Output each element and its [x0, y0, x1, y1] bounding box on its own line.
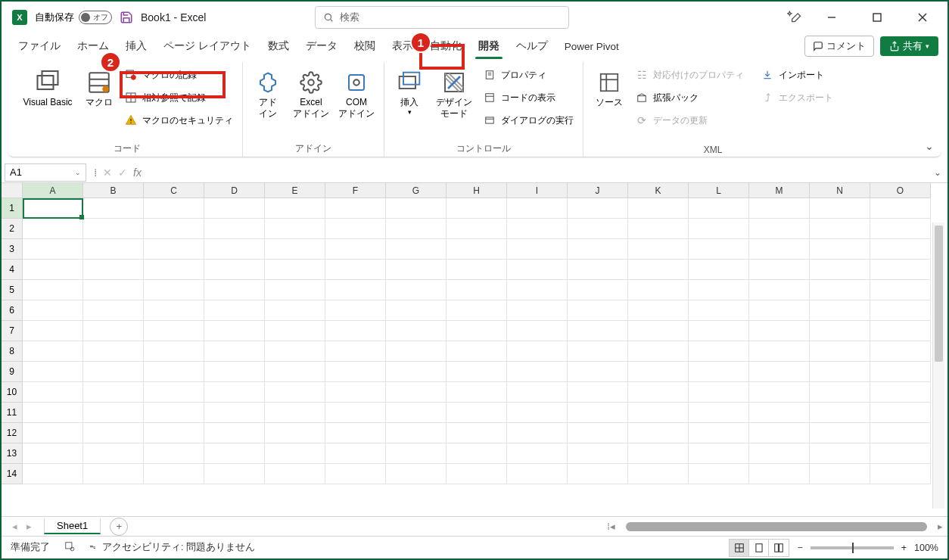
- cell[interactable]: [386, 239, 446, 260]
- cell[interactable]: [386, 403, 446, 423]
- cell[interactable]: [628, 300, 689, 321]
- cell[interactable]: [507, 239, 568, 260]
- cell[interactable]: [325, 260, 386, 280]
- autosave-toggle[interactable]: オフ: [79, 11, 112, 24]
- cell[interactable]: [749, 341, 810, 362]
- cell[interactable]: [749, 280, 810, 300]
- view-normal-button[interactable]: [730, 540, 749, 556]
- row-header[interactable]: 4: [2, 260, 23, 280]
- cell[interactable]: [628, 280, 689, 300]
- visual-basic-button[interactable]: Visual Basic: [18, 64, 77, 141]
- cell[interactable]: [749, 382, 810, 403]
- cell[interactable]: [144, 464, 204, 484]
- cell[interactable]: [265, 198, 325, 219]
- comments-button[interactable]: コメント: [804, 36, 874, 57]
- cell[interactable]: [568, 198, 628, 219]
- column-header[interactable]: D: [204, 183, 265, 198]
- cell[interactable]: [507, 260, 568, 280]
- expansion-pack-button[interactable]: 拡張パック: [632, 88, 747, 107]
- cell[interactable]: [810, 341, 870, 362]
- cell[interactable]: [446, 443, 507, 464]
- excel-addins-button[interactable]: Excel アドイン: [290, 64, 332, 141]
- cell[interactable]: [568, 239, 628, 260]
- column-header[interactable]: M: [749, 183, 810, 198]
- cell[interactable]: [749, 219, 810, 239]
- cell[interactable]: [810, 423, 870, 443]
- cell[interactable]: [204, 300, 265, 321]
- tab-help[interactable]: ヘルプ: [509, 36, 555, 56]
- row-header[interactable]: 7: [2, 321, 23, 341]
- cell[interactable]: [265, 239, 325, 260]
- record-macro-button[interactable]: マクロの記録: [121, 65, 236, 85]
- cell[interactable]: [83, 403, 144, 423]
- cell[interactable]: [265, 321, 325, 341]
- cell[interactable]: [749, 321, 810, 341]
- cell[interactable]: [446, 423, 507, 443]
- cell[interactable]: [568, 464, 628, 484]
- macro-record-status-icon[interactable]: [64, 541, 76, 554]
- run-dialog-button[interactable]: ダイアログの実行: [480, 110, 577, 130]
- cell[interactable]: [446, 219, 507, 239]
- cell[interactable]: [325, 423, 386, 443]
- add-sheet-button[interactable]: +: [110, 518, 128, 536]
- cell[interactable]: [870, 300, 931, 321]
- cell[interactable]: [446, 341, 507, 362]
- cell[interactable]: [204, 260, 265, 280]
- cell[interactable]: [507, 362, 568, 382]
- cell[interactable]: [83, 321, 144, 341]
- cell[interactable]: [265, 362, 325, 382]
- row-header[interactable]: 12: [2, 423, 23, 443]
- cell[interactable]: [23, 341, 83, 362]
- cell[interactable]: [325, 280, 386, 300]
- cell[interactable]: [749, 260, 810, 280]
- sheet-tab-sheet1[interactable]: Sheet1: [44, 518, 101, 534]
- row-header[interactable]: 11: [2, 403, 23, 423]
- cell[interactable]: [810, 443, 870, 464]
- cell[interactable]: [83, 341, 144, 362]
- cell[interactable]: [204, 280, 265, 300]
- zoom-in-button[interactable]: +: [901, 543, 907, 553]
- cell[interactable]: [265, 260, 325, 280]
- cell[interactable]: [568, 423, 628, 443]
- macros-button[interactable]: マクロ: [80, 64, 118, 141]
- share-button[interactable]: 共有▾: [880, 36, 938, 56]
- column-header[interactable]: I: [507, 183, 568, 198]
- cell[interactable]: [265, 300, 325, 321]
- cell[interactable]: [689, 260, 749, 280]
- close-button[interactable]: [907, 6, 938, 29]
- tab-power-pivot[interactable]: Power Pivot: [557, 38, 627, 55]
- cell[interactable]: [325, 239, 386, 260]
- cell[interactable]: [446, 382, 507, 403]
- tab-formulas[interactable]: 数式: [260, 36, 297, 56]
- cell[interactable]: [83, 219, 144, 239]
- cell[interactable]: [810, 280, 870, 300]
- cell[interactable]: [507, 464, 568, 484]
- minimize-button[interactable]: [816, 6, 848, 29]
- cell[interactable]: [870, 239, 931, 260]
- formula-bar-expand[interactable]: ⌄: [928, 167, 947, 178]
- cell[interactable]: [689, 382, 749, 403]
- cell[interactable]: [144, 362, 204, 382]
- column-header[interactable]: G: [386, 183, 446, 198]
- cell[interactable]: [749, 403, 810, 423]
- cell[interactable]: [628, 260, 689, 280]
- cell[interactable]: [23, 423, 83, 443]
- column-header[interactable]: F: [325, 183, 386, 198]
- cell[interactable]: [446, 239, 507, 260]
- cell[interactable]: [568, 382, 628, 403]
- cell[interactable]: [83, 423, 144, 443]
- cell[interactable]: [83, 239, 144, 260]
- cell[interactable]: [23, 362, 83, 382]
- cell[interactable]: [870, 382, 931, 403]
- cell[interactable]: [689, 362, 749, 382]
- cell[interactable]: [204, 423, 265, 443]
- enter-formula-icon[interactable]: ✓: [118, 166, 127, 179]
- column-header[interactable]: J: [568, 183, 628, 198]
- cell[interactable]: [144, 423, 204, 443]
- cell[interactable]: [870, 341, 931, 362]
- cell[interactable]: [507, 198, 568, 219]
- com-addins-button[interactable]: COM アドイン: [335, 64, 378, 141]
- view-page-break-button[interactable]: [769, 540, 789, 556]
- cell[interactable]: [810, 300, 870, 321]
- cell[interactable]: [628, 403, 689, 423]
